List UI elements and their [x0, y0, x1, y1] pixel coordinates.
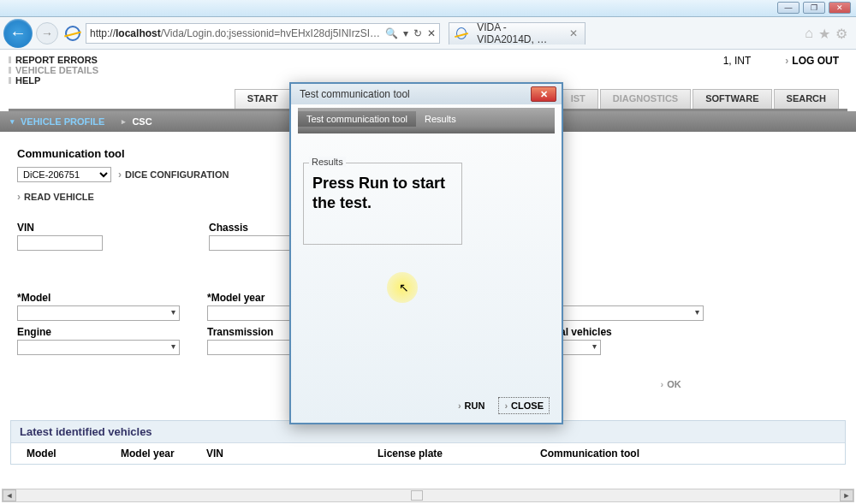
latest-vehicles-panel: Latest identified vehicles Model Model y… — [10, 420, 846, 465]
dialog-tab-results[interactable]: Results — [416, 111, 465, 127]
search-icon[interactable]: 🔍 — [385, 27, 398, 39]
address-bar[interactable]: http:// localhost /Vida/Login.do;jsessio… — [86, 23, 440, 44]
window-close-button[interactable]: ✕ — [829, 2, 851, 14]
run-button[interactable]: RUN — [453, 397, 490, 414]
test-comm-tool-dialog: Test communication tool ✕ Test communica… — [289, 82, 563, 424]
link-report-errors[interactable]: REPORT ERRORS — [9, 55, 847, 65]
window-maximize-button[interactable]: ❐ — [803, 2, 825, 14]
link-vehicle-details[interactable]: VEHICLE DETAILS — [9, 65, 847, 75]
results-label: Results — [309, 157, 346, 167]
vin-input[interactable] — [17, 235, 103, 251]
nav-back-button[interactable]: ← — [3, 19, 33, 48]
label-engine: Engine — [17, 326, 197, 338]
latest-columns: Model Model year VIN License plate Commu… — [11, 442, 845, 464]
tab-diagnostics[interactable]: DIAGNOSTICS — [600, 89, 691, 109]
scroll-left-button[interactable]: ◄ — [3, 489, 16, 501]
chassis-input[interactable] — [209, 235, 294, 251]
label-model: *Model — [17, 292, 197, 304]
dialog-titlebar[interactable]: Test communication tool ✕ — [291, 84, 562, 104]
horizontal-scrollbar[interactable]: ◄ ► — [2, 489, 854, 502]
col-model: Model — [27, 448, 121, 460]
window-titlebar: — ❐ ✕ — [0, 0, 856, 17]
engine-select[interactable] — [17, 340, 180, 355]
col-license: License plate — [377, 448, 540, 460]
action-ok[interactable]: OK — [661, 379, 681, 389]
url-host: localhost — [116, 27, 161, 39]
label-vin: VIN — [17, 222, 188, 234]
dice-configuration-link[interactable]: DICE CONFIGURATION — [118, 169, 229, 181]
crumb-vehicle-profile[interactable]: VEHICLE PROFILE — [10, 116, 104, 127]
favorites-icon[interactable]: ★ — [818, 26, 830, 42]
model-select[interactable] — [17, 305, 180, 321]
comm-tool-select[interactable]: DiCE-206751 — [17, 167, 111, 182]
dialog-title: Test communication tool — [300, 88, 410, 100]
ie-icon — [65, 26, 80, 41]
stop-icon[interactable]: ✕ — [427, 27, 436, 39]
scroll-thumb[interactable] — [411, 490, 423, 501]
crumb-csc[interactable]: CSC — [122, 116, 152, 127]
ie-icon — [456, 27, 467, 39]
tab-start[interactable]: START — [235, 89, 291, 109]
home-icon[interactable]: ⌂ — [805, 26, 813, 42]
results-message: Press Run to start the test. — [312, 174, 453, 212]
logout-link[interactable]: LOG OUT — [785, 55, 839, 67]
tools-icon[interactable]: ⚙ — [835, 26, 847, 42]
browser-toolbar: ← → http:// localhost /Vida/Login.do;jse… — [0, 17, 856, 50]
close-button[interactable]: CLOSE — [498, 397, 550, 414]
url-path: /Vida/Login.do;jsessionid=hvEHxI28dj5INI… — [161, 27, 380, 39]
nav-forward-button[interactable]: → — [36, 22, 58, 44]
refresh-icon[interactable]: ↻ — [413, 27, 422, 39]
tab-close-icon[interactable]: ✕ — [569, 27, 578, 39]
dialog-close-button[interactable]: ✕ — [531, 86, 556, 102]
dialog-tab-test[interactable]: Test communication tool — [298, 111, 416, 127]
col-vin: VIN — [206, 448, 377, 460]
tab-list[interactable]: IST — [558, 89, 598, 109]
results-box: Results Press Run to start the test. — [303, 163, 462, 245]
col-model-year: Model year — [121, 448, 206, 460]
user-info: 1, INT — [723, 55, 752, 67]
tab-search[interactable]: SEARCH — [774, 89, 839, 109]
tab-title: VIDA - VIDA2014D, … — [477, 21, 564, 45]
read-vehicle-link[interactable]: READ VEHICLE — [17, 191, 94, 203]
col-comm-tool: Communication tool — [540, 448, 829, 460]
tab-software[interactable]: SOFTWARE — [693, 89, 771, 109]
browser-tab[interactable]: VIDA - VIDA2014D, … ✕ — [449, 22, 586, 44]
dropdown-icon[interactable]: ▾ — [403, 27, 408, 39]
window-minimize-button[interactable]: — — [777, 2, 800, 14]
url-prefix: http:// — [90, 27, 116, 39]
scroll-right-button[interactable]: ► — [840, 489, 853, 501]
